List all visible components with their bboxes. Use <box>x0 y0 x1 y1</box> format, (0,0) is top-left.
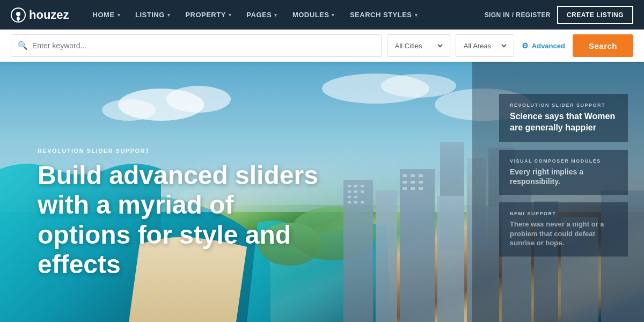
hero-panel-2-title: There was never a night or a problem tha… <box>510 219 617 248</box>
nav-links: HOME ▾ LISTING ▾ PROPERTY ▾ PAGES ▾ MODU… <box>85 0 485 30</box>
search-bar: 🔍 All Cities Miami New York Los Angeles … <box>0 30 644 62</box>
cities-select[interactable]: All Cities Miami New York Los Angeles Ch… <box>393 41 444 50</box>
hero-section: REVOLUTION SLIDER SUPPORT Build advanced… <box>0 62 644 322</box>
svg-rect-38 <box>402 181 407 184</box>
sign-in-link[interactable]: SIGN IN / REGISTER <box>485 11 551 19</box>
svg-rect-41 <box>402 187 407 190</box>
nav-item-property[interactable]: PROPERTY ▾ <box>178 0 239 30</box>
svg-point-1 <box>16 12 20 16</box>
svg-rect-35 <box>402 174 407 177</box>
svg-rect-43 <box>419 187 423 190</box>
nav-item-search-styles[interactable]: SEARCH STYLES ▾ <box>342 0 425 30</box>
navigation: houzez HOME ▾ LISTING ▾ PROPERTY ▾ PAGES… <box>0 0 644 30</box>
svg-rect-40 <box>419 181 423 184</box>
logo[interactable]: houzez <box>11 8 69 23</box>
search-icon: 🔍 <box>18 41 28 50</box>
gear-icon: ⚙ <box>522 41 529 50</box>
hero-left-title: Build advanced sliders with a myriad of … <box>38 160 333 279</box>
hero-panel-2-tag: NEMI SUPPORT <box>510 211 617 216</box>
advanced-link[interactable]: ⚙ Advanced <box>522 41 565 50</box>
svg-point-4 <box>166 86 231 113</box>
svg-rect-32 <box>348 201 351 203</box>
hero-left-tag: REVOLUTION SLIDER SUPPORT <box>38 148 333 154</box>
svg-rect-28 <box>354 191 357 193</box>
areas-select[interactable]: All Areas Downtown Suburbs Beachfront Up… <box>462 41 508 50</box>
svg-rect-16 <box>376 191 397 322</box>
chevron-down-icon: ▾ <box>167 12 171 18</box>
hero-panel-0-title: Science says that Women are generally ha… <box>510 111 617 134</box>
svg-rect-42 <box>411 187 415 190</box>
hero-panel-0-tag: REVOLUTION SLIDER SUPPORT <box>510 103 617 108</box>
hero-panel-0: REVOLUTION SLIDER SUPPORT Science says t… <box>499 94 628 142</box>
svg-rect-34 <box>361 201 364 203</box>
chevron-down-icon: ▾ <box>415 12 418 18</box>
svg-rect-15 <box>343 180 373 322</box>
svg-rect-36 <box>411 174 415 177</box>
svg-rect-26 <box>361 185 364 187</box>
svg-rect-17 <box>400 169 435 322</box>
keyword-input[interactable] <box>32 41 375 50</box>
advanced-label: Advanced <box>532 42 565 50</box>
svg-point-5 <box>102 99 156 121</box>
cities-select-wrap: All Cities Miami New York Los Angeles Ch… <box>387 34 450 57</box>
svg-rect-27 <box>348 191 351 193</box>
nav-item-listing[interactable]: LISTING ▾ <box>128 0 178 30</box>
search-input-wrap: 🔍 <box>11 34 382 57</box>
svg-rect-33 <box>354 201 357 203</box>
hero-panel-1: VISUAL COMPOSER MODULES Every right impl… <box>499 150 628 195</box>
svg-rect-18 <box>437 196 464 322</box>
chevron-down-icon: ▾ <box>274 12 277 18</box>
hero-panel-2: NEMI SUPPORT There was never a night or … <box>499 202 628 257</box>
svg-rect-39 <box>411 181 415 184</box>
logo-text: houzez <box>29 8 69 22</box>
svg-rect-37 <box>419 174 423 177</box>
areas-select-wrap: All Areas Downtown Suburbs Beachfront Up… <box>456 34 514 57</box>
chevron-down-icon: ▾ <box>118 12 121 18</box>
chevron-down-icon: ▾ <box>332 12 335 18</box>
logo-icon <box>11 8 26 23</box>
svg-rect-25 <box>354 185 357 187</box>
nav-item-modules[interactable]: MODULES ▾ <box>285 0 342 30</box>
svg-rect-24 <box>348 185 351 187</box>
svg-rect-29 <box>361 191 364 193</box>
svg-rect-31 <box>354 196 357 198</box>
nav-right: SIGN IN / REGISTER CREATE LISTING <box>485 6 633 24</box>
chevron-down-icon: ▾ <box>229 12 232 18</box>
svg-point-7 <box>381 74 456 98</box>
nav-item-pages[interactable]: PAGES ▾ <box>239 0 285 30</box>
hero-text-right: REVOLUTION SLIDER SUPPORT Science says t… <box>499 94 628 264</box>
svg-rect-30 <box>348 196 351 198</box>
nav-item-home[interactable]: HOME ▾ <box>85 0 128 30</box>
hero-panel-1-title: Every right implies a responsibility. <box>510 167 617 186</box>
hero-text-left: REVOLUTION SLIDER SUPPORT Build advanced… <box>38 148 333 279</box>
create-listing-button[interactable]: CREATE LISTING <box>557 6 633 24</box>
search-button[interactable]: Search <box>573 34 633 57</box>
hero-panel-1-tag: VISUAL COMPOSER MODULES <box>510 158 617 164</box>
